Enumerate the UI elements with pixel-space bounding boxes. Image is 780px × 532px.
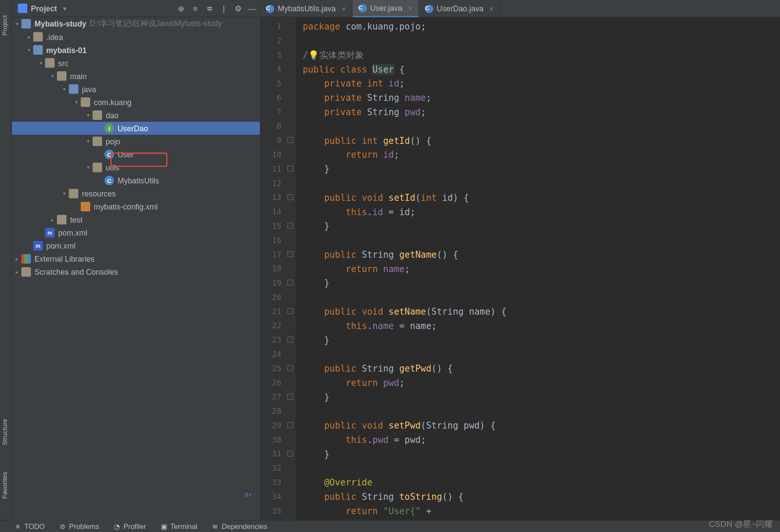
project-dropdown-arrow-icon[interactable]: ▼ (62, 5, 68, 12)
bulb-icon[interactable]: 💡 (308, 50, 319, 61)
bb-problems[interactable]: ⊘Problems (59, 522, 99, 530)
line-number[interactable]: 9- (260, 133, 295, 148)
chevron-down-icon[interactable] (26, 47, 32, 53)
line-number[interactable]: 23- (260, 333, 295, 347)
project-dropdown-label[interactable]: Project (31, 4, 57, 13)
tree-extlib[interactable]: External Libraries (12, 253, 260, 266)
line-number[interactable]: 32 (260, 461, 295, 475)
line-number[interactable]: 21- (260, 305, 295, 319)
line-number[interactable]: 12 (260, 176, 295, 191)
line-number[interactable]: 25- (260, 362, 295, 376)
editor-area[interactable]: 1 2 3 4 5 6 7 8 9- 10 11- 12 13- 14 15- … (260, 17, 780, 520)
gear-icon[interactable]: ⚙ (234, 4, 242, 13)
fold-icon[interactable]: - (287, 166, 293, 172)
tree-userdao[interactable]: I UserDao (12, 122, 260, 135)
tree-pom1[interactable]: m pom.xml (12, 226, 260, 239)
collapse-all-icon[interactable]: ≑ (206, 4, 214, 13)
fold-icon[interactable]: - (287, 337, 293, 343)
line-number[interactable]: 20 (260, 290, 295, 305)
line-number[interactable]: 22 (260, 319, 295, 333)
tree-resources[interactable]: resources (12, 187, 260, 200)
fold-icon[interactable]: - (287, 223, 293, 229)
vtab-favorites[interactable]: Favorites (1, 472, 8, 499)
line-number[interactable]: 5 (260, 76, 295, 91)
line-number[interactable]: 30 (260, 433, 295, 447)
gutter[interactable]: 1 2 3 4 5 6 7 8 9- 10 11- 12 13- 14 15- … (260, 17, 295, 520)
line-number[interactable]: 31- (260, 447, 295, 462)
tab-userdao[interactable]: C UserDao.java × (419, 0, 500, 17)
tree-pojo[interactable]: pojo (12, 135, 260, 148)
line-number[interactable]: 27- (260, 390, 295, 405)
line-number[interactable]: 24 (260, 347, 295, 362)
line-number[interactable]: 35 (260, 504, 295, 519)
tree-java[interactable]: java (12, 83, 260, 96)
chevron-right-icon[interactable] (14, 269, 20, 275)
fold-icon[interactable]: - (287, 279, 293, 286)
chevron-right-icon[interactable] (26, 34, 32, 40)
close-icon[interactable]: × (408, 4, 413, 12)
line-number[interactable]: 13- (260, 191, 295, 205)
line-number[interactable]: 33 (260, 475, 295, 490)
tree-src[interactable]: src (12, 57, 260, 70)
chevron-down-icon[interactable] (86, 138, 92, 144)
bb-terminal[interactable]: ▣Terminal (160, 522, 197, 530)
line-number[interactable]: 19- (260, 276, 295, 290)
tree-mybatis01[interactable]: mybatis-01 (12, 43, 260, 57)
line-number[interactable]: 14 (260, 205, 295, 219)
chevron-right-icon[interactable] (50, 217, 56, 223)
override-gutter-icon[interactable]: o↑ (245, 491, 252, 499)
close-icon[interactable]: × (489, 4, 494, 13)
tree-mybatisutils[interactable]: C MybatisUtils (12, 174, 260, 187)
bb-dependencies[interactable]: ≋Dependencies (212, 522, 267, 530)
fold-icon[interactable]: - (287, 251, 293, 257)
line-number[interactable]: 11- (260, 162, 295, 176)
fold-icon[interactable]: - (287, 451, 293, 457)
line-number[interactable]: 15- (260, 219, 295, 233)
locate-icon[interactable]: ⊕ (177, 4, 185, 13)
bb-profiler[interactable]: ◔Profiler (113, 522, 146, 530)
chevron-down-icon[interactable] (14, 21, 20, 27)
line-number[interactable]: 28 (260, 404, 295, 419)
line-number[interactable]: 1 (260, 20, 295, 34)
chevron-down-icon[interactable] (86, 164, 92, 170)
line-number[interactable]: 8 (260, 120, 295, 134)
close-icon[interactable]: × (342, 4, 346, 13)
minimize-icon[interactable]: — (248, 4, 256, 13)
line-number[interactable]: 10 (260, 148, 295, 162)
fold-icon[interactable]: - (287, 308, 293, 314)
chevron-down-icon[interactable] (50, 73, 56, 79)
tree-dao[interactable]: dao (12, 109, 260, 122)
fold-icon[interactable]: - (287, 365, 293, 371)
line-number[interactable]: 6 (260, 91, 295, 105)
tree-main[interactable]: main (12, 70, 260, 83)
vtab-project[interactable]: Project (1, 15, 8, 36)
project-tree[interactable]: Mybatis-study D:\学习笔记\狂神说Java\Mybatis-st… (12, 17, 260, 520)
tree-mybatisconfig[interactable]: mybatis-config.xml (12, 200, 260, 213)
chevron-down-icon[interactable] (38, 60, 44, 66)
fold-icon[interactable]: - (287, 422, 293, 428)
line-number[interactable]: 18 (260, 262, 295, 276)
tree-test[interactable]: test (12, 213, 260, 226)
tab-mybatisutils[interactable]: C MybatisUtils.java × (260, 0, 352, 17)
expand-all-icon[interactable]: ≡ (191, 4, 199, 13)
line-number[interactable]: 34 (260, 490, 295, 504)
tree-root[interactable]: Mybatis-study D:\学习笔记\狂神说Java\Mybatis-st… (12, 17, 260, 30)
fold-icon[interactable]: - (287, 137, 293, 143)
code-area[interactable]: o↑ package com.kuang.pojo; /💡/*实体类对象实体类对… (295, 17, 780, 520)
tree-idea[interactable]: .idea (12, 30, 260, 43)
chevron-down-icon[interactable] (62, 191, 68, 197)
fold-icon[interactable]: - (287, 194, 293, 200)
line-number[interactable]: 16 (260, 233, 295, 248)
fold-icon[interactable]: - (287, 394, 293, 400)
line-number[interactable]: 29- (260, 419, 295, 433)
chevron-down-icon[interactable] (62, 86, 68, 92)
line-number[interactable]: 4 (260, 62, 295, 76)
chevron-right-icon[interactable] (14, 256, 20, 262)
chevron-down-icon[interactable] (73, 99, 80, 105)
bb-todo[interactable]: ≡TODO (14, 522, 45, 530)
vtab-structure[interactable]: Structure (1, 419, 8, 446)
tab-user[interactable]: C User.java × (352, 0, 419, 17)
tree-comkuang[interactable]: com.kuang (12, 96, 260, 109)
tree-pom2[interactable]: m pom.xml (12, 239, 260, 253)
line-number[interactable]: 17- (260, 248, 295, 262)
